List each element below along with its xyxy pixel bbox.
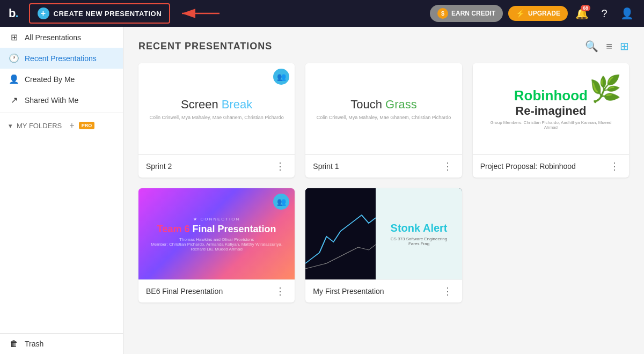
stonk-sub: CS 373 Software EngineeringFares Frag	[391, 237, 447, 246]
presentation-name: Sprint 1	[313, 162, 339, 171]
stonk-chart-area	[305, 188, 376, 279]
sidebar-item-all-presentations[interactable]: ⊞ All Presentations	[0, 27, 123, 48]
more-options-button[interactable]: ⋮	[273, 160, 287, 172]
upgrade-label: UPGRADE	[528, 10, 560, 17]
earn-credit-button[interactable]: $ EARN CREDIT	[430, 5, 503, 22]
robinhood-reimagined: Re-imagined	[484, 104, 618, 118]
presentation-card[interactable]: 👥 Screen Break Colin Criswell, Mya Mahal…	[138, 63, 295, 178]
main-content: RECENT PRESENTATIONS 🔍 ≡ ⊞ 👥 Screen Brea…	[123, 27, 644, 354]
sidebar-item-shared-with-me[interactable]: ↗ Shared With Me	[0, 90, 123, 110]
sidebar-label-all: All Presentations	[25, 33, 81, 42]
grid-view-button[interactable]: ⊞	[620, 40, 629, 53]
thumbnail-stonk: Stonk Alert CS 373 Software EngineeringF…	[305, 188, 462, 279]
chevron-down-icon: ▾	[9, 122, 12, 130]
add-folder-icon: +	[69, 121, 74, 130]
sidebar-label-shared: Shared With Me	[25, 96, 78, 105]
thumbnail-sprint1: Touch Grass Colin Criswell, Mya Mahaley,…	[305, 63, 462, 154]
notif-badge: 68	[581, 5, 590, 11]
sidebar-label-created: Created By Me	[25, 75, 75, 84]
create-presentation-button[interactable]: + CREATE NEW PRESENTATION	[29, 3, 170, 24]
presentation-name: Project Proposal: Robinhood	[480, 162, 576, 171]
coin-icon: $	[437, 8, 448, 19]
be6-sub: Thomas Hawkins and Olivar ProvisionsMemb…	[147, 237, 286, 252]
create-btn-label: CREATE NEW PRESENTATION	[54, 10, 162, 18]
more-options-button[interactable]: ⋮	[273, 285, 287, 297]
sidebar-folders[interactable]: ▾ MY FOLDERS + PRO	[0, 115, 123, 136]
stonk-title: Stonk Alert	[391, 222, 448, 234]
thumb-subtitle: Colin Criswell, Mya Mahaley, Mae Ghanem,…	[149, 115, 283, 120]
thumbnail-be6: 👥 ★ CONNECTION Team 6 Final Presentation…	[138, 188, 295, 279]
presentation-name: BE6 Final Presentation	[146, 287, 223, 296]
logo: b.	[9, 6, 18, 20]
be6-connection: ★ CONNECTION	[193, 217, 240, 222]
thumb-title: Screen Break	[149, 98, 283, 112]
plus-icon: +	[38, 8, 49, 19]
sidebar-label-recent: Recent Presentations	[25, 54, 97, 63]
robinhood-sub: Group Members: Christian Pichardo, Aadhi…	[484, 120, 618, 130]
presentation-card[interactable]: Touch Grass Colin Criswell, Mya Mahaley,…	[305, 63, 462, 178]
presentation-card[interactable]: Stonk Alert CS 373 Software EngineeringF…	[305, 188, 462, 303]
presentation-name: Sprint 2	[146, 162, 172, 171]
notifications-button[interactable]: 🔔 68	[573, 5, 590, 22]
card-footer: Sprint 2 ⋮	[138, 154, 295, 178]
leaf-icon: 🌿	[589, 74, 621, 104]
be6-title: Team 6 Final Presentation	[157, 224, 276, 235]
user-menu-button[interactable]: 👤	[618, 5, 635, 22]
thumb-content: Stonk Alert CS 373 Software EngineeringF…	[305, 188, 462, 279]
nav-right: $ EARN CREDIT ⚡ UPGRADE 🔔 68 ? 👤	[430, 5, 635, 22]
more-options-button[interactable]: ⋮	[441, 285, 455, 297]
more-options-button[interactable]: ⋮	[608, 160, 621, 172]
presentation-name: My First Presentation	[313, 287, 384, 296]
card-footer: My First Presentation ⋮	[305, 279, 462, 303]
thumb-subtitle: Colin Criswell, Mya Mahaley, Mae Ghanem,…	[317, 115, 451, 120]
presentation-card[interactable]: Robinhood Re-imagined Group Members: Chr…	[473, 63, 629, 178]
trash-icon: 🗑	[9, 339, 19, 349]
folders-label: MY FOLDERS	[17, 122, 62, 130]
thumb-content: Touch Grass Colin Criswell, Mya Mahaley,…	[306, 87, 462, 131]
group-icon: 👥	[273, 69, 289, 85]
bolt-icon: ⚡	[516, 9, 525, 18]
presentations-grid: 👥 Screen Break Colin Criswell, Mya Mahal…	[138, 63, 629, 303]
person-icon: 👤	[9, 74, 19, 84]
pro-badge: PRO	[79, 122, 95, 129]
search-button[interactable]: 🔍	[585, 40, 598, 53]
share-icon: ↗	[9, 95, 19, 105]
earn-credit-label: EARN CREDIT	[451, 10, 495, 17]
thumb-content: Screen Break Colin Criswell, Mya Mahaley…	[138, 87, 294, 131]
clock-icon: 🕐	[9, 53, 19, 63]
chart-svg	[305, 188, 376, 279]
more-options-button[interactable]: ⋮	[441, 160, 455, 172]
stonk-info: Stonk Alert CS 373 Software EngineeringF…	[376, 188, 462, 279]
card-footer: BE6 Final Presentation ⋮	[138, 279, 295, 303]
sidebar-divider	[0, 113, 123, 113]
help-button[interactable]: ?	[596, 5, 613, 22]
thumb-title: Touch Grass	[317, 98, 451, 112]
card-footer: Sprint 1 ⋮	[305, 154, 462, 178]
thumbnail-sprint2: 👥 Screen Break Colin Criswell, Mya Mahal…	[138, 63, 295, 154]
sidebar: ⊞ All Presentations 🕐 Recent Presentatio…	[0, 27, 123, 354]
thumb-content: Robinhood Re-imagined Group Members: Chr…	[473, 63, 629, 154]
sidebar-label-trash: Trash	[25, 340, 43, 348]
sidebar-bottom: 🗑 Trash	[0, 333, 123, 354]
top-navigation: b. + CREATE NEW PRESENTATION $ EARN CRED…	[0, 0, 644, 27]
presentation-card[interactable]: 👥 ★ CONNECTION Team 6 Final Presentation…	[138, 188, 295, 303]
thumb-content: ★ CONNECTION Team 6 Final Presentation T…	[138, 188, 295, 279]
header-actions: 🔍 ≡ ⊞	[585, 40, 629, 53]
main-layout: ⊞ All Presentations 🕐 Recent Presentatio…	[0, 27, 644, 354]
sidebar-item-created-by-me[interactable]: 👤 Created By Me	[0, 69, 123, 90]
card-footer: Project Proposal: Robinhood ⋮	[473, 154, 629, 178]
arrow-indicator	[177, 3, 241, 24]
thumbnail-robinhood: Robinhood Re-imagined Group Members: Chr…	[473, 63, 629, 154]
content-header: RECENT PRESENTATIONS 🔍 ≡ ⊞	[138, 40, 629, 53]
sidebar-item-trash[interactable]: 🗑 Trash	[0, 334, 123, 354]
sidebar-item-recent[interactable]: 🕐 Recent Presentations	[0, 48, 123, 69]
page-title: RECENT PRESENTATIONS	[138, 41, 272, 52]
logo-text: b.	[9, 6, 18, 20]
filter-button[interactable]: ≡	[606, 40, 612, 53]
grid-icon: ⊞	[9, 32, 19, 42]
upgrade-button[interactable]: ⚡ UPGRADE	[508, 6, 568, 21]
